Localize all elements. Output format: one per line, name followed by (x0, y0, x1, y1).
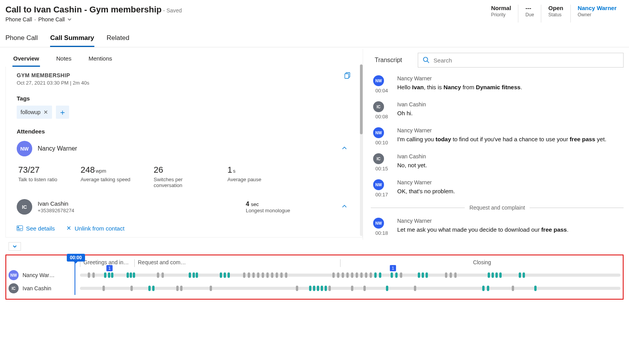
timeline-segment (111, 272, 113, 278)
timeline-segment (148, 286, 151, 291)
timestamp: 00:17 (373, 192, 390, 198)
avatar: IC (373, 101, 384, 112)
transcript-line[interactable]: IC00:15Ivan CashinNo, not yet. (371, 149, 624, 175)
timeline-segment (365, 272, 367, 278)
status-metric[interactable]: Open Status (541, 5, 570, 23)
chevron-up-icon[interactable] (341, 203, 348, 211)
speaker-name: Nancy Warner (397, 218, 621, 224)
timestamp: 00:18 (373, 230, 390, 236)
transcript-search[interactable] (418, 53, 624, 68)
timeline-segment (196, 272, 198, 278)
timeline-segment (400, 272, 402, 278)
scrollbar[interactable] (360, 64, 363, 236)
timeline-segment (512, 286, 514, 291)
timeline-marker[interactable]: 1 (390, 265, 396, 271)
stat-switches: 26 Switches per conversation (154, 165, 204, 188)
stat-talk-listen: 73/27 Talk to listen ratio (18, 165, 57, 188)
record-header: Call to Ivan Cashin - Gym membership - S… (0, 0, 629, 26)
transcript-line[interactable]: NW00:04Nancy WarnerHello Ivan, this is N… (371, 71, 624, 97)
due-metric[interactable]: --- Due (518, 5, 541, 23)
timeline-segment (317, 286, 319, 291)
tab-related[interactable]: Related (107, 31, 130, 47)
transcript-line[interactable]: NW00:10Nancy WarnerI'm calling you today… (371, 123, 624, 149)
timeline-segment (285, 272, 287, 278)
timeline-segment (152, 286, 155, 291)
speaker-name: Nancy Warner (397, 127, 621, 133)
playhead-line[interactable] (75, 261, 75, 295)
add-tag-button[interactable]: ＋ (56, 106, 69, 119)
transcript-line[interactable]: NW00:18Nancy WarnerLet me ask you what m… (371, 214, 624, 240)
transcript-label: Transcript (371, 57, 402, 64)
speaker-name: Nancy Warner (397, 179, 621, 185)
copy-icon[interactable] (344, 72, 351, 80)
stat-avg-pause: 1s Average pause (228, 165, 261, 188)
subtitle-dropdown[interactable]: Phone Call (38, 16, 65, 23)
timeline-segment (280, 272, 283, 278)
timeline-segment (262, 272, 264, 278)
search-icon (423, 57, 430, 64)
timeline-segment (374, 272, 377, 278)
title-block: Call to Ivan Cashin - Gym membership - S… (5, 5, 182, 23)
message-text: Let me ask you what made you decide to d… (397, 225, 621, 234)
close-icon[interactable]: ✕ (43, 109, 48, 115)
track-ivan[interactable] (80, 287, 620, 290)
timeline-segment (395, 272, 398, 278)
chevron-up-icon[interactable] (341, 145, 348, 153)
transcript-line[interactable]: IC00:08Ivan CashinOh hi. (371, 97, 624, 123)
transcript-line[interactable]: NW00:17Nancy WarnerOK, that's no problem… (371, 175, 624, 201)
header-metrics: Normal Priority --- Due Open Status Nanc… (484, 5, 624, 23)
subtitle-type: Phone Call (5, 16, 32, 23)
timestamp: 00:08 (373, 114, 390, 120)
svg-rect-3 (17, 227, 19, 228)
chevron-down-icon[interactable] (67, 17, 72, 22)
tab-phone-call[interactable]: Phone Call (5, 31, 38, 47)
timeline-marker[interactable]: 1 (106, 265, 113, 271)
playhead-time[interactable]: 00:00 (67, 254, 85, 262)
timeline-segment (445, 272, 447, 278)
svg-line-7 (427, 61, 429, 63)
timeline-segment (189, 272, 191, 278)
priority-metric[interactable]: Normal Priority (484, 5, 518, 23)
svg-rect-1 (345, 74, 349, 78)
avatar: NW (373, 218, 384, 229)
attendee-ivan[interactable]: IC Ivan Cashin +353892678274 4 sec Longe… (17, 199, 351, 215)
phase-request: Request and com… (134, 259, 340, 267)
unlink-link[interactable]: ✕ Unlink from contact (66, 225, 124, 232)
timeline-segment (248, 272, 250, 278)
timeline-segment (346, 272, 349, 278)
timeline-panel: 00:00 Greetings and in… Request and com…… (5, 255, 624, 300)
avatar: NW (373, 75, 384, 86)
message-text: OK, that's no problem. (397, 187, 621, 195)
timeline-segment (422, 272, 424, 278)
scrollbar-thumb[interactable] (360, 64, 363, 134)
timeline-segment (363, 286, 366, 291)
tab-call-summary[interactable]: Call Summary (50, 31, 94, 47)
subtab-mentions[interactable]: Mentions (88, 53, 113, 67)
timestamp: 00:04 (373, 88, 390, 94)
see-details-link[interactable]: See details (17, 225, 55, 232)
close-icon: ✕ (66, 225, 71, 232)
tag-chip-followup[interactable]: followup ✕ (17, 106, 52, 119)
attendee-nancy[interactable]: NW Nancy Warner (17, 141, 351, 156)
timeline-segment (321, 286, 323, 291)
svg-point-6 (423, 57, 427, 62)
svg-rect-5 (17, 229, 21, 230)
owner-metric[interactable]: Nancy Warner Owner (570, 5, 624, 23)
message-text: I'm calling you today to find out if you… (397, 135, 621, 143)
timeline-segment (328, 286, 331, 291)
search-input[interactable] (434, 57, 619, 64)
message-text: No, not yet. (397, 161, 621, 169)
chevron-down-icon (12, 244, 17, 249)
timeline-segment (519, 272, 521, 278)
timeline-segment (454, 272, 457, 278)
timeline-segment (332, 272, 335, 278)
timeline-segment (370, 272, 372, 278)
track-row-ivan: IC Ivan Cashin (9, 283, 620, 293)
card-icon (17, 225, 23, 231)
collapse-toggle[interactable] (9, 242, 21, 251)
subtab-overview[interactable]: Overview (12, 53, 40, 67)
timeline-segment (418, 272, 420, 278)
track-nancy[interactable]: 1 1 (80, 274, 620, 277)
subtab-notes[interactable]: Notes (56, 53, 72, 67)
timeline-segment (482, 286, 485, 291)
